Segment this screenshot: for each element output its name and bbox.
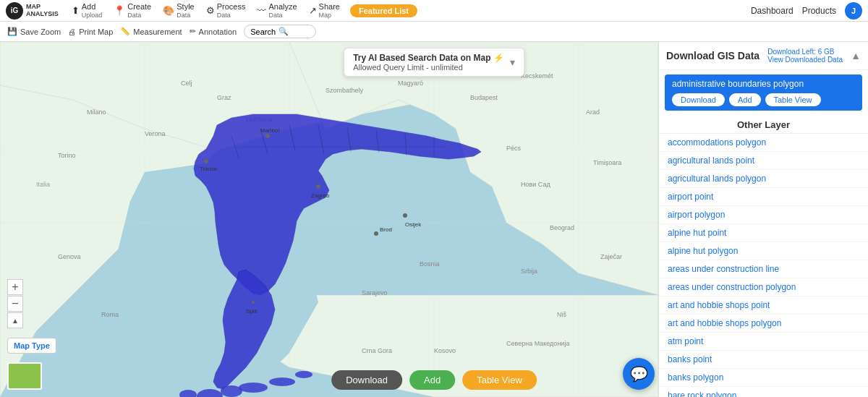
layer-list-item[interactable]: areas under construction line [659, 260, 868, 278]
layer-list-item[interactable]: areas under construction polygon [659, 278, 868, 296]
svg-text:Bosnia: Bosnia [420, 260, 440, 268]
nav-style-data[interactable]: 🎨 StyleData [158, 0, 198, 21]
svg-text:Magyaró: Magyaró [398, 80, 423, 87]
svg-point-63 [403, 213, 407, 218]
products-link[interactable]: Products [802, 6, 836, 16]
svg-point-55 [204, 159, 208, 163]
svg-point-43 [269, 377, 295, 386]
app-logo: iG [6, 2, 23, 20]
layer-list-item[interactable]: bare rock polygon [659, 387, 868, 397]
panel-collapse-button[interactable]: ▲ [851, 50, 861, 61]
svg-text:Niš: Niš [557, 311, 566, 318]
svg-text:Italia: Italia [36, 181, 50, 188]
logo-area[interactable]: iG MAP ANALYSIS [6, 2, 59, 20]
zoom-out-button[interactable]: − [7, 296, 23, 312]
active-layer-name: administrative boundaries polygon [672, 79, 855, 89]
view-downloaded-link[interactable]: View Downloaded Data [767, 56, 843, 64]
svg-text:Trieste: Trieste [200, 166, 218, 172]
zoom-controls: + − ▲ [7, 279, 23, 328]
zoom-in-button[interactable]: + [7, 279, 23, 295]
svg-point-42 [239, 383, 268, 393]
add-icon: ⬆ [72, 5, 80, 16]
annotation-button[interactable]: ✏ Annotation [190, 27, 237, 36]
nav-add-upload[interactable]: ⬆ AddUpload [67, 0, 107, 21]
nav-create-data[interactable]: 📍 CreateData [109, 0, 156, 21]
svg-text:Arad: Arad [586, 108, 600, 116]
svg-text:Split: Split [246, 308, 258, 315]
share-icon: ↗ [309, 5, 317, 16]
svg-text:Kosovo: Kosovo [434, 347, 456, 354]
layer-list-item[interactable]: alpine hut point [659, 224, 868, 242]
layer-list: accommodations polygonagricultural lands… [659, 134, 868, 397]
ai-banner-collapse[interactable]: ▾ [510, 56, 515, 68]
print-map-button[interactable]: 🖨 Print Map [68, 27, 113, 36]
layer-list-item[interactable]: airport point [659, 188, 868, 206]
ai-banner: Try AI Based Search Data on Map ⚡ Allowe… [344, 48, 524, 77]
layer-list-item[interactable]: art and hobbie shops point [659, 296, 868, 315]
measurement-icon: 📏 [120, 27, 130, 36]
create-icon: 📍 [114, 5, 125, 16]
map-thumbnail[interactable] [7, 362, 42, 390]
layer-list-item[interactable]: alpine hut polygon [659, 242, 868, 260]
ai-banner-subtext: Allowed Query Limit - unlimited [353, 63, 504, 72]
search-box[interactable]: Search 🔍 [244, 25, 316, 38]
user-avatar[interactable]: J [845, 2, 862, 20]
layer-list-item[interactable]: agricultural lands polygon [659, 170, 868, 188]
process-icon: ⚙ [206, 5, 215, 16]
top-navigation: iG MAP ANALYSIS ⬆ AddUpload 📍 CreateData… [0, 0, 868, 22]
svg-text:Нови Сад: Нови Сад [521, 181, 550, 188]
active-layer-download-button[interactable]: Download [672, 93, 725, 106]
svg-text:Verona: Verona [145, 130, 166, 137]
panel-header: Download GIS Data Download Left: 6 GB Vi… [659, 42, 868, 70]
search-text: Search [250, 27, 276, 36]
svg-text:Pécs: Pécs [506, 145, 522, 152]
panel-title: Download GIS Data [666, 50, 760, 61]
svg-text:Osijek: Osijek [405, 221, 422, 228]
nav-process-data[interactable]: ⚙ ProcessData [202, 0, 250, 21]
save-zoom-button[interactable]: 💾 Save Zoom [7, 27, 61, 36]
active-layer-card: administrative boundaries polygon Downlo… [665, 74, 862, 111]
map-type-control[interactable]: Map Type [7, 338, 56, 354]
search-icon: 🔍 [278, 27, 289, 36]
svg-text:Torino: Torino [58, 152, 76, 159]
layer-list-item[interactable]: art and hobbie shops polygon [659, 315, 868, 333]
active-layer-add-button[interactable]: Add [729, 93, 761, 106]
download-button[interactable]: Download [331, 370, 402, 390]
measurement-button[interactable]: 📏 Measurement [120, 27, 182, 36]
svg-text:Kecskemét: Kecskemét [521, 72, 553, 80]
nav-analyze-data[interactable]: 〰 AnalyzeData [252, 0, 301, 21]
svg-text:Brod: Brod [380, 226, 392, 233]
add-button[interactable]: Add [409, 370, 455, 390]
toolbar: 💾 Save Zoom 🖨 Print Map 📏 Measurement ✏ … [0, 22, 868, 42]
table-view-button[interactable]: Table View [462, 370, 537, 390]
nav-share-map[interactable]: ↗ ShareMap [305, 0, 344, 21]
compass-button[interactable]: ▲ [7, 312, 23, 328]
layer-list-item[interactable]: banks polygon [659, 369, 868, 387]
download-left-label: Download Left: 6 GB [767, 48, 843, 56]
print-icon: 🖨 [68, 27, 76, 36]
svg-text:Srbija: Srbija [521, 268, 537, 275]
svg-text:Celj: Celj [181, 80, 192, 87]
svg-point-59 [316, 184, 320, 189]
svg-text:Zaječar: Zaječar [600, 253, 622, 260]
svg-text:Genova: Genova [58, 253, 81, 260]
layer-list-item[interactable]: banks point [659, 351, 868, 369]
logo-text: iG [11, 7, 19, 14]
save-icon: 💾 [7, 27, 17, 36]
svg-text:Beograd: Beograd [550, 224, 574, 231]
svg-text:Budapest: Budapest [470, 94, 498, 101]
svg-text:Roma: Roma [101, 311, 119, 318]
panel-header-right: Download Left: 6 GB View Downloaded Data [767, 48, 843, 64]
layer-list-item[interactable]: atm point [659, 333, 868, 351]
svg-text:Crna Gora: Crna Gora [362, 347, 392, 354]
svg-text:Sarajevo: Sarajevo [362, 289, 388, 296]
svg-point-65 [252, 301, 255, 304]
layer-list-item[interactable]: airport polygon [659, 206, 868, 224]
layer-list-item[interactable]: agricultural lands point [659, 152, 868, 170]
dashboard-link[interactable]: Dashboard [751, 6, 793, 16]
chat-button[interactable]: 💬 [623, 358, 655, 390]
annotation-icon: ✏ [190, 27, 196, 36]
active-layer-table-button[interactable]: Table View [765, 93, 821, 106]
layer-list-item[interactable]: accommodations polygon [659, 134, 868, 152]
featured-list-button[interactable]: Featured List [350, 4, 417, 17]
